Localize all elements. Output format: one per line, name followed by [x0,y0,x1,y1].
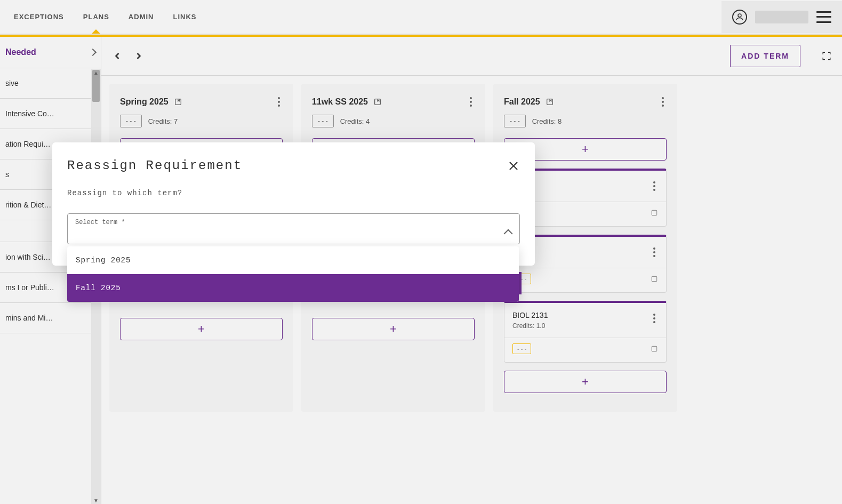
term-dropdown: Spring 2025 Fall 2025 [67,246,519,302]
select-wrapper: Select term * Spring 2025 Fall 2025 [67,213,520,244]
close-icon[interactable] [507,159,520,172]
modal-prompt: Reassign to which term? [67,189,520,197]
modal-title: Reassign Requirement [67,158,242,173]
dropdown-option-fall[interactable]: Fall 2025 [67,274,519,302]
dropdown-option-spring[interactable]: Spring 2025 [67,246,519,274]
chevron-up-icon [504,229,513,238]
modal-header: Reassign Requirement [67,158,520,173]
select-label: Select term * [75,219,125,226]
term-select[interactable] [67,213,520,244]
reassign-modal: Reassign Requirement Reassign to which t… [52,142,535,266]
